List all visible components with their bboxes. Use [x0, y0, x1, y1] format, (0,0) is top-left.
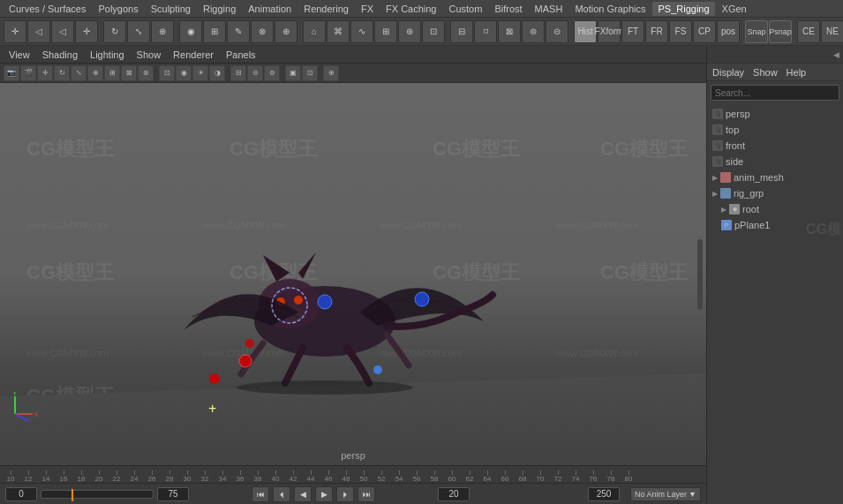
outliner-item-anim-mesh[interactable]: ▶ anim_mesh [707, 169, 843, 185]
icon-smooth-btn[interactable]: ⊛ [138, 65, 154, 81]
pos-btn[interactable]: pos [717, 20, 740, 43]
fill-tool-btn[interactable]: ⊡ [422, 20, 445, 43]
rotate-tool-btn[interactable]: ↻ [103, 20, 126, 43]
menu-polygons[interactable]: Polygons [93, 2, 143, 16]
smooth-tool-btn[interactable]: ⊛ [398, 20, 421, 43]
menu-custom[interactable]: Custom [444, 2, 488, 16]
menu-ps-rigging[interactable]: PS_Rigging [652, 2, 714, 16]
viewport-menu-shading[interactable]: Shading [37, 48, 83, 62]
paint-tool-btn[interactable]: ✎ [227, 20, 250, 43]
play-fwd-btn[interactable]: ▶ [315, 486, 333, 502]
sculpt2-tool-btn[interactable]: ⊕ [275, 20, 297, 43]
viewport-menu-show[interactable]: Show [132, 48, 167, 62]
icon-cam-btn[interactable]: 📷 [4, 65, 19, 81]
menu-mash[interactable]: MASH [530, 2, 568, 16]
step-back-btn[interactable]: ⏴ [273, 486, 290, 502]
menu-fx[interactable]: FX [356, 2, 379, 16]
connect-tool-btn[interactable]: ⊞ [374, 20, 397, 43]
fr-btn[interactable]: FR [645, 20, 668, 43]
soft-select-btn[interactable]: ◉ [179, 20, 202, 43]
menu-sculpting[interactable]: Sculpting [146, 2, 196, 16]
outliner-item-root[interactable]: ▶ ◆ root [707, 201, 843, 217]
lasso-tool-btn[interactable]: ◁ [27, 20, 50, 43]
psnap-btn[interactable]: Psnap [769, 20, 792, 43]
icon-hud-btn[interactable]: ⊕ [323, 65, 339, 81]
viewport-menu-lighting[interactable]: Lighting [85, 48, 130, 62]
ft-btn[interactable]: FT [621, 20, 644, 43]
deform-tool-btn[interactable]: ⌂ [303, 20, 326, 43]
max-frame-input[interactable] [588, 487, 620, 501]
sculpt-tool-btn[interactable]: ⊗ [251, 20, 274, 43]
snap-btn[interactable]: Snap [745, 20, 768, 43]
icon-mode-btn[interactable]: ⊜ [264, 65, 280, 81]
ce-btn[interactable]: CE [797, 20, 820, 43]
menu-curves-surfaces[interactable]: Curves / Surfaces [4, 2, 91, 16]
extrude-btn[interactable]: ⊟ [450, 20, 473, 43]
fs-btn[interactable]: FS [669, 20, 692, 43]
play-back-btn[interactable]: ◀ [294, 486, 312, 502]
anim-layer-dropdown[interactable]: No Anim Layer ▼ [630, 487, 701, 501]
merge-btn[interactable]: ⊝ [546, 20, 568, 43]
outliner-search-input[interactable] [711, 85, 839, 101]
step-fwd-btn[interactable]: ⏵ [336, 486, 354, 502]
menu-motion-graphics[interactable]: Motion Graphics [569, 2, 651, 16]
menu-animation[interactable]: Animation [243, 2, 297, 16]
wire-tool-btn[interactable]: ⌘ [327, 20, 350, 43]
icon-aspect-btn[interactable]: ⊡ [302, 65, 318, 81]
viewport-scrollbar[interactable] [697, 239, 703, 310]
icon-film-btn[interactable]: 🎬 [20, 65, 36, 81]
menu-rendering[interactable]: Rendering [298, 2, 354, 16]
menu-rigging[interactable]: Rigging [198, 2, 241, 16]
outliner-item-side[interactable]: 🎥 side [707, 154, 843, 169]
menu-fx-caching[interactable]: FX Caching [380, 2, 441, 16]
panel-help-btn[interactable]: Help [787, 67, 807, 78]
paint-select-btn[interactable]: ◁ [51, 20, 74, 43]
hist-btn[interactable]: Hist [574, 20, 597, 43]
outliner-item-rig-grp[interactable]: ▶ rig_grp [707, 185, 843, 201]
start-frame-input[interactable] [5, 487, 37, 501]
select-tool-btn[interactable]: ✛ [4, 20, 26, 43]
icon-rotate-btn[interactable]: ↻ [54, 65, 70, 81]
panel-show-btn[interactable]: Show [753, 67, 778, 78]
icon-scale-btn[interactable]: ⤡ [71, 65, 87, 81]
icon-light-btn[interactable]: ☀ [192, 65, 208, 81]
current-frame-display[interactable] [438, 487, 470, 501]
go-to-end-btn[interactable]: ⏭ [358, 486, 375, 502]
icon-xray-btn[interactable]: ⊝ [247, 65, 263, 81]
icon-render2-btn[interactable]: ◉ [176, 65, 192, 81]
soft-mod-btn[interactable]: ⊞ [203, 20, 226, 43]
fxform-btn[interactable]: FXform [598, 20, 621, 43]
viewport-3d[interactable]: CG模型王 CG模型王 CG模型王 CG模型王 CG模型王 CG模型王 CG模型… [0, 83, 706, 465]
icon-resolution-btn[interactable]: ▣ [285, 65, 301, 81]
bevel-btn[interactable]: ⌑ [474, 20, 497, 43]
outliner-item-pplane1[interactable]: P pPlane1 [707, 217, 843, 233]
panel-display-btn[interactable]: Display [712, 67, 744, 78]
icon-shading-btn[interactable]: ◑ [209, 65, 225, 81]
transform-tool-btn[interactable]: ⊕ [151, 20, 174, 43]
icon-snap-btn[interactable]: ⊕ [87, 65, 103, 81]
viewport-menu-view[interactable]: View [4, 48, 35, 62]
append-btn[interactable]: ⊜ [522, 20, 545, 43]
icon-move-btn[interactable]: ✛ [37, 65, 53, 81]
viewport-menu-renderer[interactable]: Renderer [168, 48, 219, 62]
viewport-menu-panels[interactable]: Panels [221, 48, 261, 62]
timeline-ruler[interactable]: 10 12 14 16 18 20 22 24 26 28 30 32 34 3… [0, 465, 706, 483]
icon-wire-btn[interactable]: ⊠ [121, 65, 137, 81]
playback-slider[interactable] [41, 490, 154, 499]
icon-render-btn[interactable]: ⊡ [159, 65, 175, 81]
ne-btn[interactable]: NE [821, 20, 843, 43]
end-frame-input[interactable] [157, 487, 189, 501]
outliner-item-top[interactable]: 🎥 top [707, 122, 843, 138]
bridge-btn[interactable]: ⊠ [498, 20, 521, 43]
outliner-item-front[interactable]: 🎥 front [707, 138, 843, 154]
icon-iso-btn[interactable]: ⊟ [230, 65, 246, 81]
move-tool-btn[interactable]: ✛ [75, 20, 98, 43]
cp-btn[interactable]: CP [693, 20, 716, 43]
menu-xgen[interactable]: XGen [717, 2, 752, 16]
outliner-item-persp[interactable]: 🎥 persp [707, 106, 843, 122]
scale-tool-btn[interactable]: ⤡ [127, 20, 150, 43]
nurbs-tool-btn[interactable]: ∿ [350, 20, 373, 43]
menu-bifrost[interactable]: Bifrost [489, 2, 527, 16]
panel-scroll-top[interactable]: ◀ [707, 46, 843, 64]
icon-grid-btn[interactable]: ⊞ [104, 65, 120, 81]
